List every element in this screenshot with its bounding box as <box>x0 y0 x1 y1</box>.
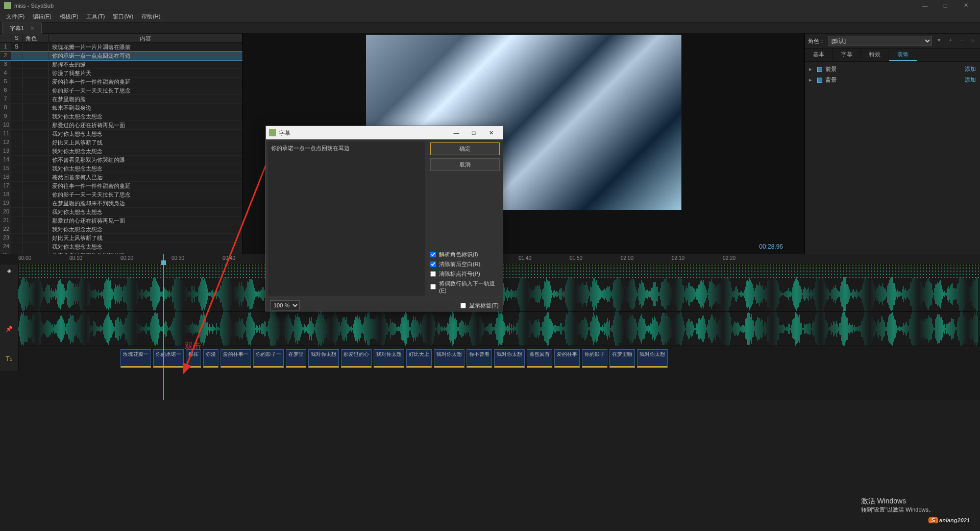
role-menu-icon[interactable]: ≡ <box>969 37 977 45</box>
table-row[interactable]: 5爱的往事一件一件件甜蜜的蔓延 <box>0 78 242 86</box>
checkbox-icon[interactable] <box>817 78 822 83</box>
checkbox-icon[interactable] <box>817 67 822 72</box>
subtitle-clip[interactable]: 蓦然回首 <box>527 349 552 368</box>
subtitle-clip[interactable]: 你的影子一 <box>253 349 284 368</box>
maximize-button[interactable]: □ <box>935 0 955 11</box>
subtitle-textarea[interactable] <box>268 141 425 296</box>
dialog-option[interactable]: 清除前后空白(R) <box>430 259 500 269</box>
clip-track-head[interactable]: T₁ <box>0 346 18 371</box>
table-row[interactable]: 7在梦里吻的脸 <box>0 95 242 104</box>
col-content[interactable]: 内容 <box>49 34 242 42</box>
add-link[interactable]: 添加 <box>965 76 976 84</box>
minimize-button[interactable]: — <box>915 0 935 11</box>
menu-window[interactable]: 窗口(W) <box>109 12 137 21</box>
table-row[interactable]: 15我对你太想念太想念 <box>0 164 242 173</box>
menu-template[interactable]: 模板(P) <box>56 12 83 21</box>
time-tick: 01:50 <box>570 255 582 261</box>
clip-track[interactable]: 玫瑰花瓣一你的承诺一那挥弥漫爱的往事一你的影子一在梦里我对你太想那爱过的心我对你… <box>18 346 980 371</box>
table-row[interactable]: 9我对你太想念太想念 <box>0 112 242 121</box>
table-row[interactable]: 17爱的往事一件一件件甜蜜的蔓延 <box>0 182 242 190</box>
subtitle-clip[interactable]: 我对你太想 <box>637 349 668 368</box>
dialog-option[interactable]: 清除标点符号(P) <box>430 269 500 279</box>
table-row[interactable]: 3那挥不去的缘 <box>0 60 242 69</box>
role-expand-icon[interactable]: ▾ <box>935 37 943 45</box>
table-row[interactable]: 20我对你太想念太想念 <box>0 208 242 216</box>
subtitle-dialog: 字幕 — □ ✕ 确定 取消 解析角色标识(I)清除前后空白(R)清除标点符号(… <box>265 126 503 311</box>
subtitle-clip[interactable]: 那挥 <box>186 349 201 368</box>
subtitle-clip[interactable]: 玫瑰花瓣一 <box>120 349 151 368</box>
playhead[interactable] <box>163 254 164 400</box>
subtitle-clip[interactable]: 你不曾看 <box>467 349 492 368</box>
wave-track-2-head[interactable]: 📌 <box>0 311 18 346</box>
table-row[interactable]: 12好比天上风筝断了线 <box>0 138 242 147</box>
table-row[interactable]: 1S玫瑰花瓣一片一片片凋落在眼前 <box>0 43 242 52</box>
subtitle-clip[interactable]: 爱的往事一 <box>220 349 251 368</box>
subtitle-clip[interactable]: 我对你太想 <box>374 349 404 368</box>
subtitle-clip[interactable]: 好比天上 <box>406 349 432 368</box>
subtitle-clip[interactable]: 在梦里吻 <box>609 349 635 368</box>
add-link[interactable]: 添加 <box>965 65 976 73</box>
table-row[interactable]: 8却来不到我身边 <box>0 104 242 112</box>
table-body[interactable]: 1S玫瑰花瓣一片一片片凋落在眼前2你的承诺一点一点点回荡在耳边3那挥不去的缘4弥… <box>0 43 242 254</box>
subtitle-clip[interactable]: 我对你太想 <box>308 349 339 368</box>
table-row[interactable]: 23好比天上风筝断了线 <box>0 234 242 243</box>
subtitle-clip[interactable]: 你的承诺一 <box>153 349 184 368</box>
tab-subtitle-1[interactable]: 字幕1 × <box>2 22 42 34</box>
role-select[interactable]: [默认] <box>828 36 932 46</box>
subtitle-clip[interactable]: 爱的往事 <box>554 349 580 368</box>
table-row[interactable]: 18你的影子一天一天天拉长了思念 <box>0 190 242 199</box>
table-row[interactable]: 16蓦然回首亲何人已远 <box>0 173 242 182</box>
menu-tools[interactable]: 工具(T) <box>82 12 109 21</box>
zoom-select[interactable]: 100 % <box>270 300 300 310</box>
wave-track-1-head[interactable] <box>0 277 18 311</box>
table-row[interactable]: 24我对你太想念太想念 <box>0 243 242 251</box>
dialog-minimize-icon[interactable]: — <box>448 130 465 136</box>
role-add-icon[interactable]: + <box>946 37 954 45</box>
expand-icon[interactable]: ▸ <box>809 66 814 73</box>
cancel-button[interactable]: 取消 <box>430 158 500 171</box>
expand-icon[interactable]: ▸ <box>809 77 814 83</box>
subtitle-clip[interactable]: 在梦里 <box>286 349 306 368</box>
dialog-titlebar[interactable]: 字幕 — □ ✕ <box>266 126 503 139</box>
col-role[interactable]: 角色 <box>22 34 49 42</box>
table-row[interactable]: 10那爱过的心还在祈祷再见一面 <box>0 121 242 130</box>
table-row[interactable]: 2你的承诺一点一点点回荡在耳边 <box>0 52 242 60</box>
table-row[interactable]: 14你不曾看见那双为你哭红的眼 <box>0 156 242 164</box>
table-row[interactable]: 21那爱过的心还在祈祷再见一面 <box>0 216 242 225</box>
subtitle-clip[interactable]: 那爱过的心 <box>341 349 372 368</box>
table-row[interactable]: 19在梦里吻的脸却来不到我身边 <box>0 199 242 208</box>
subtitle-clip[interactable]: 我对你太想 <box>494 349 525 368</box>
dialog-maximize-icon[interactable]: □ <box>465 130 482 136</box>
subtitle-clip[interactable]: 我对你太想 <box>434 349 464 368</box>
window-title: miss - SayaSub <box>14 3 915 9</box>
close-button[interactable]: ✕ <box>955 0 976 11</box>
role-bar: 角色： [默认] ▾ + − ≡ <box>805 34 980 49</box>
menu-help[interactable]: 帮助(H) <box>137 12 164 21</box>
table-row[interactable]: 6你的影子一天一天天拉长了思念 <box>0 86 242 95</box>
tab-effect[interactable]: 特效 <box>861 49 889 61</box>
table-row[interactable]: 4弥漫了我整片天 <box>0 69 242 78</box>
tab-decoration[interactable]: 装饰 <box>889 49 917 61</box>
waveform-track-2[interactable] <box>18 311 980 346</box>
menu-file[interactable]: 文件(F) <box>2 12 29 21</box>
tab-close-icon[interactable]: × <box>31 25 34 31</box>
tab-basic[interactable]: 基本 <box>805 49 833 61</box>
dialog-option[interactable]: 将偶数行插入下一轨道(E) <box>430 279 500 295</box>
table-row[interactable]: 22我对你太想念太想念 <box>0 225 242 234</box>
subtitle-clip[interactable]: 你的影子 <box>582 349 607 368</box>
role-remove-icon[interactable]: − <box>958 37 966 45</box>
show-label-check[interactable]: 显示标签(T) <box>460 301 499 310</box>
ok-button[interactable]: 确定 <box>430 142 500 155</box>
menu-edit[interactable]: 编辑(E) <box>29 12 56 21</box>
prop-background[interactable]: ▸ 背景 添加 <box>807 75 978 85</box>
tab-subtitle[interactable]: 字幕 <box>833 49 861 61</box>
prop-foreground[interactable]: ▸ 前景 添加 <box>807 64 978 75</box>
table-row[interactable]: 13我对你太想念太想念 <box>0 147 242 156</box>
table-row[interactable]: 11我对你太想念太想念 <box>0 130 242 138</box>
dialog-option[interactable]: 解析角色标识(I) <box>430 250 500 259</box>
dialog-close-icon[interactable]: ✕ <box>482 130 500 136</box>
col-s[interactable]: S <box>11 34 22 42</box>
windows-activation-notice: 激活 Windows 转到"设置"以激活 Windows。 <box>861 497 935 514</box>
subtitle-clip[interactable]: 弥漫 <box>203 349 218 368</box>
timecode: 00:28.96 <box>759 243 783 250</box>
